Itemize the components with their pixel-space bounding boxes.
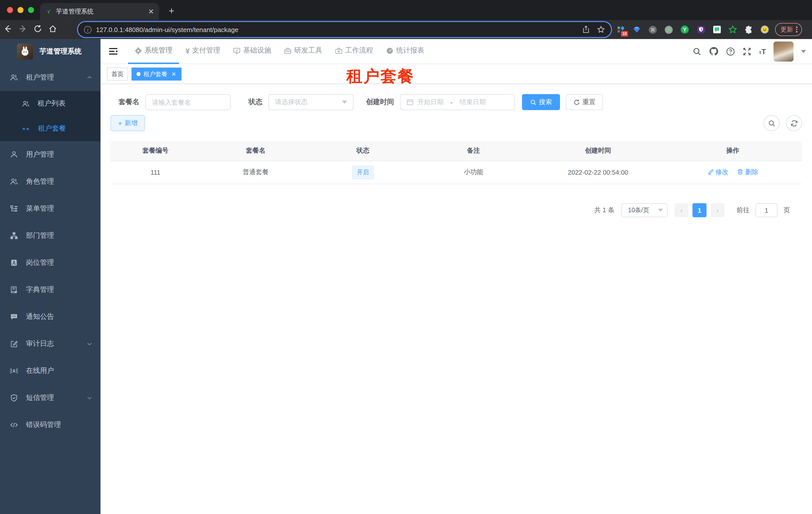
search-button-label: 搜索 [539,98,552,107]
sidebar-item-dept-management[interactable]: 部门管理 [0,222,100,249]
extension-gem-icon[interactable] [633,25,641,34]
help-icon[interactable] [726,47,735,56]
search-icon [530,99,536,105]
sidebar-item-audit-log[interactable]: 审计日志 [0,330,100,357]
users-icon [10,178,18,186]
sidebar-logo[interactable]: 芋道管理系统 [0,39,100,64]
site-info-icon[interactable]: i [84,26,91,33]
chevron-down-icon [87,341,92,347]
app-root: 芋道管理系统 租户管理 租户列表 租户套餐 用户管理 [0,39,812,514]
toolbox-icon [284,47,292,54]
sidebar-item-role-management[interactable]: 角色管理 [0,168,100,195]
date-range-picker[interactable]: 开始日期 - 结束日期 [400,94,515,110]
back-button[interactable] [0,24,15,35]
extension-shield-icon[interactable] [696,25,705,34]
extension-record-icon[interactable] [665,25,673,34]
avatar-caret-icon[interactable] [801,50,806,53]
gear-icon [135,47,142,54]
tag-tenant-package[interactable]: 租户套餐 ✕ [132,67,181,81]
sidebar-item-tenant-list[interactable]: 租户列表 [0,91,100,116]
goto-page-input[interactable] [755,203,778,217]
sidebar-item-dict-management[interactable]: 字典管理 [0,276,100,303]
add-button-label: 新增 [124,118,138,128]
date-filter-label: 创建时间 [366,98,394,107]
extension-star-icon[interactable] [728,25,737,34]
macos-traffic-lights[interactable] [7,7,34,13]
user-avatar[interactable] [774,41,793,61]
page-1-button[interactable]: 1 [693,203,706,217]
url-bar[interactable]: i 127.0.0.1:48080/admin-ui/system/tenant… [78,22,611,37]
browser-update-button[interactable]: 更新 [775,23,802,36]
sidebar-item-tenant-package[interactable]: 租户套餐 [0,116,100,141]
top-nav-payment[interactable]: ¥ 支付管理 [179,39,227,64]
page-size-select[interactable]: 10条/页 [621,203,667,217]
tab-close-icon[interactable]: ✕ [148,7,154,16]
share-icon[interactable] [582,26,590,33]
calendar-icon [406,99,413,106]
sidebar-item-user-management[interactable]: 用户管理 [0,141,100,168]
users-icon [10,74,18,82]
select-caret-icon [342,101,347,104]
top-nav-dev-tools[interactable]: 研发工具 [278,39,329,64]
top-nav-infrastructure[interactable]: 基础设施 [227,39,278,64]
extension-y-icon[interactable]: Y [680,25,689,34]
trash-icon [737,169,744,175]
sidebar-item-online-users[interactable]: 在线用户 [0,357,100,384]
sidebar-item-error-code[interactable]: 错误码管理 [0,411,100,438]
extension-smiley-icon[interactable] [760,25,769,34]
sidebar-item-sms-management[interactable]: 短信管理 [0,384,100,411]
sidebar-item-post-management[interactable]: 岗位管理 [0,249,100,276]
search-button[interactable]: 搜索 [522,94,560,110]
minimize-window-button[interactable] [18,7,24,13]
add-button[interactable]: + 新增 [111,115,145,131]
browser-menu-icon[interactable] [796,27,797,32]
extension-chat-icon[interactable] [713,25,721,34]
font-size-icon[interactable]: тT [759,47,766,56]
prev-page-button[interactable]: ‹ [674,203,689,217]
cell-remark: 小功能 [415,161,532,184]
users-icon [22,100,29,107]
extension-command-icon[interactable]: ⌘ [648,25,657,34]
extensions-row: 10 ⌘ Y [616,22,769,37]
reset-button[interactable]: 重置 [566,94,603,110]
extension-grid-icon[interactable]: 10 [616,25,625,34]
sidebar-item-label: 短信管理 [26,394,79,402]
browser-tab[interactable]: 芋道管理系统 ✕ [40,3,159,20]
yen-icon: ¥ [185,46,190,55]
sidebar-item-tenant-management[interactable]: 租户管理 [0,64,100,91]
logo-image [17,44,33,59]
name-filter-input[interactable] [152,98,224,106]
top-nav-workflow[interactable]: 工作流程 [329,39,380,64]
tag-home[interactable]: 首页 [107,67,128,81]
zoom-window-button[interactable] [28,7,34,13]
date-end-placeholder: 结束日期 [460,98,486,107]
sidebar-item-menu-management[interactable]: 菜单管理 [0,195,100,222]
sidebar-item-notice[interactable]: 通知公告 [0,303,100,330]
delete-link[interactable]: 删除 [737,168,758,177]
bookmark-star-icon[interactable] [597,26,605,33]
extension-puzzle-icon[interactable] [745,25,753,34]
top-nav-reports[interactable]: 统计报表 [380,39,431,64]
top-nav-system[interactable]: 系统管理 [128,39,179,64]
github-icon[interactable] [709,47,719,56]
browser-titlebar: 芋道管理系统 ✕ + [0,0,812,20]
status-filter-select[interactable]: 请选择状态 [268,94,353,110]
url-text[interactable]: 127.0.0.1:48080/admin-ui/system/tenant/p… [96,26,582,33]
reload-button[interactable] [30,24,45,35]
sidebar-collapse-button[interactable] [100,47,123,56]
forward-button[interactable] [15,24,30,35]
chevron-up-icon [87,75,92,81]
show-search-toggle-button[interactable] [763,115,780,131]
refresh-table-button[interactable] [786,115,802,131]
next-page-button[interactable]: › [710,203,725,217]
new-tab-button[interactable]: + [165,5,178,17]
home-button[interactable] [45,24,60,35]
close-window-button[interactable] [7,7,13,13]
fullscreen-icon[interactable] [743,47,752,56]
sidebar-item-label: 字典管理 [26,285,92,294]
tree-list-icon [10,205,18,213]
active-tag-dot [137,72,141,76]
search-icon[interactable] [693,47,701,56]
edit-link[interactable]: 修改 [707,168,728,177]
tag-close-icon[interactable]: ✕ [172,71,176,77]
